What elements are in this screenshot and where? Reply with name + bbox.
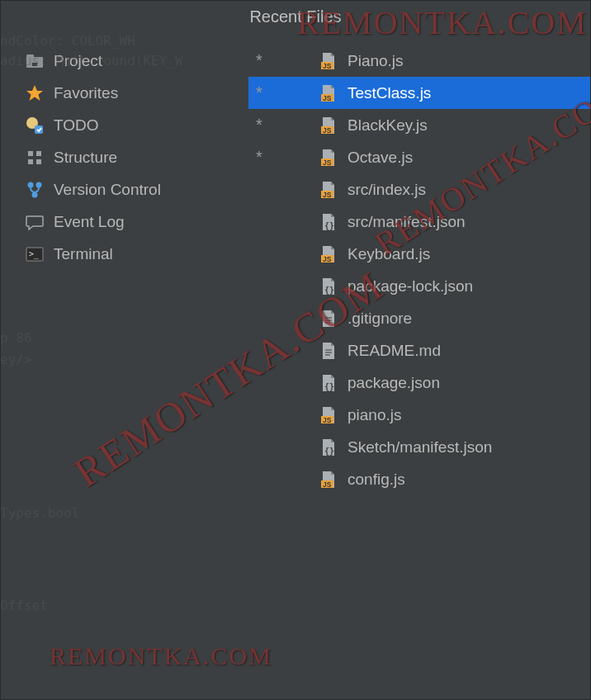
js-file-icon: JS	[319, 149, 338, 167]
recent-file-row[interactable]: {}package.json	[248, 367, 590, 399]
json-file-icon: {}	[319, 438, 338, 456]
speech-icon	[26, 213, 44, 231]
json-file-icon: {}	[319, 374, 338, 392]
todo-icon	[26, 116, 44, 135]
svg-rect-1	[26, 54, 34, 59]
js-file-icon: JS	[319, 471, 338, 489]
svg-point-10	[28, 182, 34, 187]
tool-version-control[interactable]: Version Control	[26, 173, 248, 206]
recent-file-row[interactable]: .gitignore	[248, 302, 590, 334]
svg-rect-7	[36, 151, 41, 156]
recent-file-row[interactable]: {}Sketch/manifest.json	[248, 431, 590, 463]
tool-label: TODO	[54, 116, 99, 135]
js-file-icon: JS	[319, 471, 338, 489]
js-file-icon: JS	[319, 406, 338, 424]
svg-text:JS: JS	[323, 254, 332, 262]
tool-label: Event Log	[54, 213, 125, 231]
recent-file-row[interactable]: README.md	[248, 334, 590, 367]
tool-event-log[interactable]: Event Log	[26, 206, 248, 238]
structure-icon	[26, 149, 44, 167]
file-label: package.json	[348, 374, 440, 392]
star-icon	[26, 84, 44, 102]
json-file-icon: {}	[319, 277, 338, 296]
recent-file-row[interactable]: *JSOctave.js	[248, 141, 590, 173]
file-label: .gitignore	[348, 310, 412, 328]
modified-marker: *	[248, 51, 270, 70]
svg-rect-8	[28, 159, 33, 164]
js-file-icon: JS	[319, 181, 338, 199]
js-file-icon: JS	[319, 116, 338, 135]
file-label: README.md	[348, 342, 441, 360]
folder-icon	[26, 52, 44, 70]
tool-label: Favorites	[54, 84, 118, 102]
panel-title: Recent Files	[1, 1, 590, 38]
file-label: src/manifest.json	[348, 213, 466, 231]
speech-icon	[26, 213, 44, 231]
recent-file-row[interactable]: {}package-lock.json	[248, 270, 590, 302]
js-file-icon: JS	[319, 84, 338, 102]
tool-project[interactable]: Project	[26, 45, 248, 77]
tool-structure[interactable]: Structure	[26, 141, 248, 173]
recent-files-panel: Recent Files ProjectFavoritesTODOStructu…	[0, 0, 591, 700]
todo-icon	[26, 116, 44, 135]
js-file-icon: JS	[319, 245, 338, 263]
terminal-icon: >_	[26, 245, 44, 263]
json-file-icon: {}	[319, 213, 338, 231]
file-label: piano.js	[348, 406, 402, 424]
svg-marker-3	[26, 85, 43, 101]
file-label: Octave.js	[348, 149, 413, 167]
recent-file-row[interactable]: *JSTestClass.js	[248, 77, 590, 109]
recent-file-row[interactable]: JSconfig.js	[248, 463, 590, 495]
file-label: BlackKey.js	[348, 116, 428, 135]
file-label: TestClass.js	[348, 84, 431, 102]
svg-text:JS: JS	[323, 61, 332, 69]
tool-label: Terminal	[54, 245, 113, 263]
js-file-icon: JS	[319, 52, 338, 70]
svg-text:{}: {}	[324, 221, 334, 230]
recent-file-row[interactable]: *JSPiano.js	[248, 45, 590, 77]
recent-file-row[interactable]: JSKeyboard.js	[248, 238, 590, 270]
file-label: Keyboard.js	[348, 245, 430, 263]
vcs-icon	[26, 181, 44, 199]
json-file-icon: {}	[319, 213, 338, 231]
structure-icon	[26, 149, 44, 167]
tool-windows-list: ProjectFavoritesTODOStructureVersion Con…	[1, 38, 248, 699]
recent-file-row[interactable]: JSsrc/index.js	[248, 173, 590, 206]
file-label: Piano.js	[348, 52, 404, 70]
svg-text:{}: {}	[324, 382, 334, 391]
svg-rect-2	[32, 63, 37, 66]
js-file-icon: JS	[319, 149, 338, 167]
svg-text:JS: JS	[323, 190, 332, 198]
tool-terminal[interactable]: >_Terminal	[26, 238, 248, 270]
json-file-icon: {}	[319, 374, 338, 392]
svg-text:{}: {}	[324, 286, 334, 295]
text-file-icon	[319, 342, 338, 360]
text-file-icon	[319, 310, 338, 328]
js-file-icon: JS	[319, 116, 338, 135]
svg-rect-6	[28, 151, 33, 156]
vcs-icon	[26, 181, 44, 199]
svg-text:JS: JS	[323, 158, 332, 166]
panel-columns: ProjectFavoritesTODOStructureVersion Con…	[1, 38, 590, 699]
svg-point-11	[36, 182, 42, 187]
json-file-icon: {}	[319, 277, 338, 296]
tool-label: Structure	[54, 149, 117, 167]
svg-point-12	[32, 192, 38, 197]
js-file-icon: JS	[319, 406, 338, 424]
recent-file-row[interactable]: {}src/manifest.json	[248, 206, 590, 238]
js-file-icon: JS	[319, 84, 338, 102]
text-file-icon	[319, 310, 338, 328]
js-file-icon: JS	[319, 181, 338, 199]
recent-file-row[interactable]: *JSBlackKey.js	[248, 109, 590, 141]
js-file-icon: JS	[319, 245, 338, 263]
text-file-icon	[319, 342, 338, 360]
tool-favorites[interactable]: Favorites	[26, 77, 248, 109]
svg-text:JS: JS	[323, 415, 332, 423]
modified-marker: *	[248, 116, 270, 135]
modified-marker: *	[248, 148, 270, 167]
recent-files-list: *JSPiano.js*JSTestClass.js*JSBlackKey.js…	[248, 38, 590, 699]
svg-text:JS: JS	[323, 93, 332, 102]
tool-todo[interactable]: TODO	[26, 109, 248, 141]
recent-file-row[interactable]: JSpiano.js	[248, 399, 590, 431]
js-file-icon: JS	[319, 52, 338, 70]
